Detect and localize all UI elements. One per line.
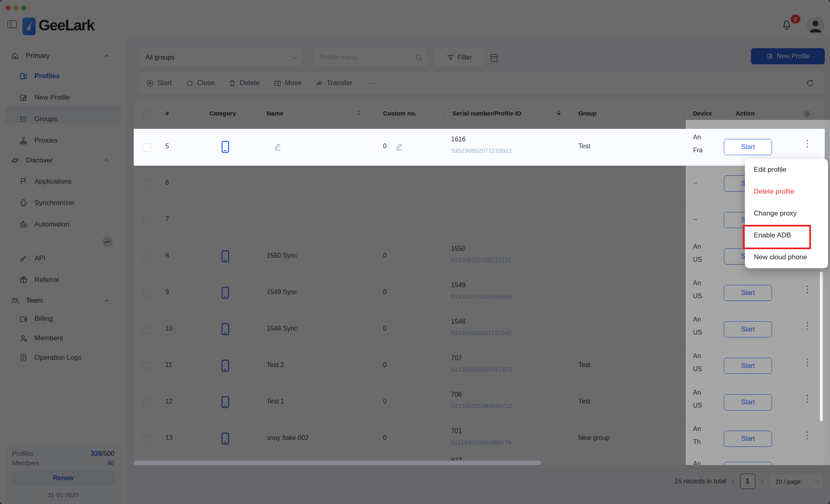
filter-icon — [447, 54, 454, 62]
menu-item-edit-profile[interactable]: Edit profile — [745, 159, 828, 181]
horizontal-scrollbar[interactable] — [134, 461, 541, 465]
vertical-scrollbar[interactable] — [820, 271, 823, 421]
table-row: 7--Start⋮ — [134, 202, 825, 239]
col-custom[interactable]: Custom no. — [383, 110, 417, 117]
new-profile-button[interactable]: New Profile — [751, 48, 825, 64]
sidebar-section-primary[interactable]: Primary — [0, 48, 126, 64]
col-serial[interactable]: Serial number/Profile ID — [452, 110, 521, 117]
prev-page-icon[interactable]: ‹ — [732, 477, 734, 486]
col-category[interactable]: Category — [210, 110, 236, 117]
operation-logs-icon — [19, 353, 28, 362]
sidebar-item-profiles[interactable]: Profiles — [0, 67, 126, 85]
edit-name-icon[interactable] — [274, 142, 282, 151]
column-settings-gear-icon[interactable] — [802, 109, 812, 119]
row-checkbox[interactable] — [143, 399, 151, 407]
edit-custom-no-icon[interactable] — [395, 142, 403, 151]
bulk-transfer-button[interactable]: Transfer — [315, 79, 352, 87]
row-checkbox[interactable] — [143, 326, 151, 334]
start-button[interactable]: Start — [724, 431, 772, 447]
filter-button[interactable]: Filter — [434, 47, 485, 68]
start-button[interactable]: Start — [724, 394, 772, 410]
col-num[interactable]: # — [165, 110, 169, 117]
start-button[interactable]: Start — [724, 285, 772, 301]
name-sort-icon[interactable] — [357, 110, 361, 115]
sidebar-item-applications[interactable]: Applications — [0, 173, 126, 190]
sidebar-item-proxies[interactable]: Proxies — [0, 132, 126, 149]
bulk-delete-button[interactable]: Delete — [228, 79, 259, 87]
menu-item-enable-adb[interactable]: Enable ADB — [745, 224, 828, 246]
row-menu-icon[interactable]: ⋮ — [802, 357, 812, 368]
start-button[interactable]: Start — [724, 321, 772, 337]
start-button[interactable] — [724, 462, 772, 465]
row-checkbox[interactable] — [143, 216, 151, 224]
synchronizer-badge — [102, 237, 113, 247]
serial-sort-icon[interactable] — [557, 110, 561, 115]
menu-item-new-cloud-phone[interactable]: New cloud phone — [745, 246, 828, 268]
bulk-move-button[interactable]: Move — [274, 79, 302, 87]
sidebar-item-automation[interactable]: Automation — [0, 216, 126, 233]
current-page[interactable]: 1 — [740, 474, 755, 489]
group-filter-select[interactable]: All groups — [139, 47, 303, 68]
sidebar-item-api[interactable]: API — [0, 250, 126, 267]
search-icon[interactable] — [415, 53, 423, 62]
avatar[interactable] — [806, 17, 824, 35]
sidebar-item-members[interactable]: Members — [0, 329, 126, 347]
refresh-icon[interactable] — [806, 79, 815, 88]
members-icon — [19, 334, 28, 343]
search-input[interactable] — [320, 53, 406, 62]
window-zoom-button[interactable] — [21, 5, 26, 11]
menu-item-change-proxy[interactable]: Change proxy — [745, 203, 828, 224]
chevron-down-icon — [814, 480, 820, 483]
row-menu-icon[interactable]: ⋮ — [802, 430, 812, 441]
sidebar-item-new-profile[interactable]: New Profile — [0, 89, 126, 107]
row-checkbox[interactable] — [143, 143, 151, 152]
row-custom-no: 0 — [383, 361, 387, 369]
row-menu-icon[interactable]: ⋮ — [802, 393, 812, 404]
menu-item-delete-profile[interactable]: Delete profile — [745, 181, 828, 203]
sidebar-item-label: Proxies — [34, 137, 58, 145]
phone-icon — [221, 359, 230, 372]
page-size-select[interactable]: 20 / page — [769, 474, 824, 489]
more-actions-icon[interactable]: ··· — [368, 79, 377, 88]
sidebar-section-team[interactable]: Team — [0, 293, 126, 309]
sidebar-item-operation-logs[interactable]: Operation Logs — [0, 349, 126, 367]
sidebar-item-referral[interactable]: Referral — [0, 271, 126, 289]
bulk-start-button[interactable]: Start — [146, 79, 172, 87]
sidebar-item-groups[interactable]: Groups — [0, 110, 126, 128]
row-checkbox[interactable] — [143, 435, 151, 443]
bulk-close-button[interactable]: Close — [186, 79, 214, 87]
window-close-button[interactable] — [6, 5, 11, 11]
sidebar-item-synchronizer[interactable]: Synchronizer — [0, 194, 126, 212]
sidebar-toggle-icon[interactable] — [7, 19, 17, 29]
row-menu-icon[interactable]: ⋮ — [802, 284, 812, 295]
col-action: Action — [736, 110, 755, 117]
next-page-icon[interactable]: › — [761, 477, 764, 486]
table-row: 13snoy flake 0020701521164235841995776Ne… — [134, 421, 825, 457]
new-profile-label: New Profile — [777, 53, 810, 60]
start-button[interactable]: Start — [724, 358, 772, 374]
sidebar-section-discover[interactable]: Discover — [0, 152, 126, 169]
col-name[interactable]: Name — [267, 110, 283, 117]
row-menu-icon[interactable]: ⋮ — [802, 320, 812, 331]
notification-badge: 2 — [791, 15, 800, 23]
table-header: # Category Name Custom no. Serial number… — [134, 99, 825, 129]
search-box — [313, 47, 428, 68]
renew-button[interactable]: Renew — [11, 470, 115, 486]
row-checkbox[interactable] — [143, 180, 151, 188]
profiles-icon — [19, 72, 28, 81]
saved-filter-icon[interactable] — [489, 53, 499, 63]
row-menu-icon[interactable]: ⋮ — [802, 138, 812, 149]
col-group[interactable]: Group — [578, 110, 597, 117]
row-checkbox[interactable] — [143, 289, 151, 297]
select-all-checkbox[interactable] — [143, 110, 151, 118]
start-button[interactable]: Start — [724, 139, 772, 155]
col-device[interactable]: Device — [693, 110, 712, 117]
phone-icon — [221, 323, 230, 336]
row-checkbox[interactable] — [143, 362, 151, 370]
sidebar-item-billing[interactable]: Billing — [0, 310, 126, 328]
chevron-up-icon — [104, 158, 109, 162]
row-checkbox[interactable] — [143, 253, 151, 261]
automation-icon — [19, 220, 28, 229]
window-minimize-button[interactable] — [13, 5, 19, 11]
row-device-line1: An — [693, 243, 712, 250]
